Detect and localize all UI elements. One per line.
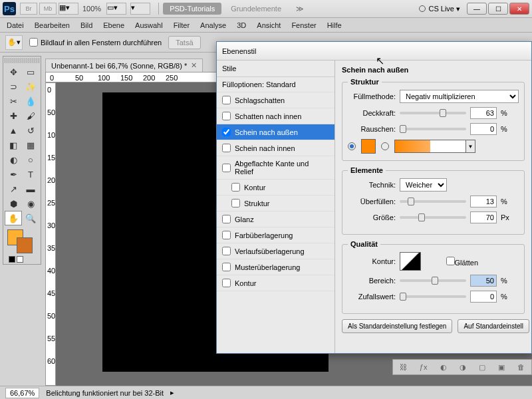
noise-slider[interactable]	[400, 128, 466, 130]
hand-tool[interactable]: ✋	[5, 211, 22, 225]
menu-auswahl[interactable]: Auswahl	[135, 21, 163, 29]
extras-dropdown[interactable]: ▾	[130, 3, 150, 15]
scroll-windows-checkbox[interactable]: Bildlauf in allen Fenstern durchführen	[29, 38, 162, 47]
maximize-button[interactable]: ☐	[488, 3, 508, 15]
link-icon[interactable]: ⛓	[400, 363, 407, 371]
style-item-11[interactable]: Kontur	[217, 275, 334, 291]
style-item-9[interactable]: Verlaufsüberlagerung	[217, 243, 334, 259]
stamp-tool[interactable]: ▲	[5, 123, 22, 138]
dialog-titlebar[interactable]: Ebenenstil	[217, 42, 531, 61]
crop-tool[interactable]: ✂	[5, 94, 22, 108]
glow-color-swatch[interactable]	[361, 139, 376, 154]
close-tab-icon[interactable]: ✕	[191, 61, 197, 70]
history-brush-tool[interactable]: ↺	[22, 123, 39, 138]
screenmode-dropdown[interactable]: ▦▾	[59, 3, 78, 15]
pen-tool[interactable]: ✒	[5, 167, 22, 182]
noise-input[interactable]	[470, 123, 497, 135]
close-button[interactable]: ✕	[509, 3, 529, 15]
styles-header[interactable]: Stile	[217, 61, 334, 77]
wand-tool[interactable]: ✨	[22, 79, 39, 94]
reset-default-button[interactable]: Auf Standardeinstell	[458, 319, 529, 333]
gradient-radio[interactable]	[381, 142, 389, 150]
move-tool[interactable]: ✥	[5, 65, 22, 79]
path-tool[interactable]: ↗	[5, 182, 22, 196]
style-item-4[interactable]: Abgeflachte Kante und Relief	[217, 156, 334, 180]
blur-tool[interactable]: ◐	[5, 152, 22, 167]
arrange-dropdown[interactable]: ▭▾	[106, 3, 126, 15]
size-input[interactable]	[470, 211, 497, 223]
zoom-tool[interactable]: 🔍	[22, 211, 39, 225]
bridge-button[interactable]: Br	[20, 3, 37, 15]
menu-3d[interactable]: 3D	[237, 21, 246, 29]
shape-tool[interactable]: ▬	[22, 182, 39, 196]
minibridge-button[interactable]: Mb	[39, 3, 57, 15]
background-swatch[interactable]	[17, 237, 33, 253]
workspace-psdtutorials[interactable]: PSD-Tutorials	[163, 3, 221, 15]
zoom-level[interactable]: 100%	[82, 5, 101, 13]
menu-bild[interactable]: Bild	[80, 21, 92, 29]
brush-tool[interactable]: 🖌	[22, 108, 39, 123]
camera-tool[interactable]: ◉	[22, 196, 39, 211]
3d-tool[interactable]: ⬢	[5, 196, 22, 211]
actual-pixels-button[interactable]: Tatsä	[168, 36, 200, 49]
dodge-tool[interactable]: ○	[22, 152, 39, 167]
default-colors[interactable]	[5, 256, 39, 263]
type-tool[interactable]: T	[22, 167, 39, 182]
adjustment-icon[interactable]: ◑	[460, 363, 466, 372]
fx-icon[interactable]: ƒx	[420, 363, 428, 371]
menu-filter[interactable]: Filter	[174, 21, 190, 29]
range-input[interactable]	[470, 275, 497, 287]
menu-analyse[interactable]: Analyse	[200, 21, 226, 29]
blendmode-select[interactable]: Negativ multiplizieren	[400, 90, 519, 103]
style-item-1[interactable]: Schatten nach innen	[217, 108, 334, 124]
minimize-button[interactable]: —	[467, 3, 487, 15]
new-layer-icon[interactable]: ▣	[498, 363, 505, 372]
jitter-input[interactable]	[470, 291, 497, 303]
make-default-button[interactable]: Als Standardeinstellung festlegen	[342, 319, 452, 333]
style-item-3[interactable]: Schein nach innen	[217, 140, 334, 156]
menu-ansicht[interactable]: Ansicht	[257, 21, 281, 29]
size-slider[interactable]	[400, 216, 466, 219]
style-item-2[interactable]: Schein nach außen	[217, 124, 334, 140]
gradient-swatch[interactable]	[394, 140, 466, 153]
document-tab[interactable]: Unbenannt-1 bei 66,7% (Sonne, RGB/8) * ✕	[45, 59, 203, 72]
menu-hilfe[interactable]: Hilfe	[327, 21, 342, 29]
antialias-checkbox[interactable]: Glätten	[430, 257, 478, 267]
marquee-tool[interactable]: ▭	[22, 65, 39, 79]
range-slider[interactable]	[400, 279, 466, 282]
menu-ebene[interactable]: Ebene	[103, 21, 124, 29]
style-item-10[interactable]: Musterüberlagerung	[217, 259, 334, 275]
workspace-more-icon[interactable]: ≫	[296, 5, 304, 13]
menu-bearbeiten[interactable]: Bearbeiten	[35, 21, 70, 29]
workspace-grundelemente[interactable]: Grundelemente	[224, 3, 288, 15]
style-item-5[interactable]: Kontur	[217, 180, 334, 196]
opacity-slider[interactable]	[400, 112, 466, 114]
eraser-tool[interactable]: ◧	[5, 138, 22, 152]
spread-input[interactable]	[470, 196, 497, 207]
status-zoom[interactable]: 66,67%	[5, 388, 39, 398]
contour-picker[interactable]	[400, 252, 421, 271]
color-radio[interactable]	[348, 142, 356, 150]
opacity-input[interactable]	[470, 107, 497, 119]
hand-tool-icon[interactable]: ✋▾	[5, 35, 23, 50]
eyedropper-tool[interactable]: 💧	[22, 94, 39, 108]
color-swatches[interactable]	[5, 229, 39, 253]
style-item-8[interactable]: Farbüberlagerung	[217, 227, 334, 243]
menu-fenster[interactable]: Fenster	[291, 21, 316, 29]
gradient-dropdown-icon[interactable]: ▼	[466, 140, 475, 153]
style-item-0[interactable]: Schlagschatten	[217, 92, 334, 108]
jitter-slider[interactable]	[400, 295, 466, 298]
style-item-6[interactable]: Struktur	[217, 196, 334, 211]
style-item-7[interactable]: Glanz	[217, 211, 334, 227]
cslive-label[interactable]: CS Live	[428, 5, 454, 13]
spread-slider[interactable]	[400, 200, 466, 203]
status-play-icon[interactable]: ▸	[170, 388, 174, 397]
fill-options-item[interactable]: Fülloptionen: Standard	[217, 77, 334, 92]
menu-datei[interactable]: Datei	[7, 21, 24, 29]
delete-icon[interactable]: 🗑	[517, 363, 525, 371]
folder-icon[interactable]: ▢	[479, 363, 485, 372]
mask-icon[interactable]: ◐	[440, 363, 447, 372]
gradient-tool[interactable]: ▦	[22, 138, 39, 152]
technique-select[interactable]: Weicher	[400, 178, 447, 192]
heal-tool[interactable]: ✚	[5, 108, 22, 123]
